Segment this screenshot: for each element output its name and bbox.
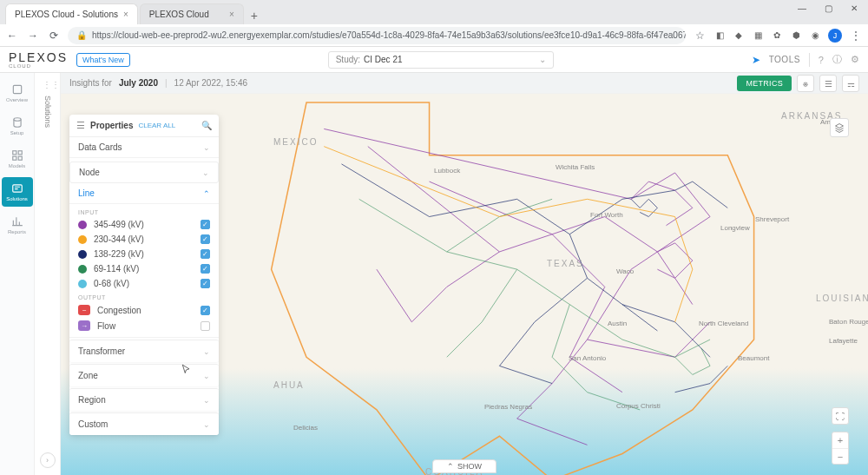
show-button[interactable]: ⌃ SHOW	[432, 459, 496, 473]
chevron-down-icon: ⌄	[203, 143, 210, 152]
map-city-label: Lubbock	[434, 167, 460, 175]
back-icon[interactable]: ←	[5, 29, 19, 43]
rail-overview[interactable]: Overview	[2, 78, 33, 108]
legend-checkbox[interactable]: ✓	[201, 249, 210, 259]
browser-tab[interactable]: PLEXOS Cloud ×	[140, 3, 244, 24]
legend-item[interactable]: 0-68 (kV)✓	[78, 276, 210, 291]
legend-item[interactable]: 138-229 (kV)✓	[78, 247, 210, 261]
minimize-icon[interactable]: —	[793, 3, 811, 13]
ext-icon[interactable]: ✿	[771, 30, 783, 42]
panel-title: Properties	[90, 121, 133, 130]
tools-button[interactable]: TOOLS	[769, 55, 800, 64]
rail-reports[interactable]: Reports	[2, 210, 33, 240]
layers-icon[interactable]	[830, 118, 849, 137]
section-transformer[interactable]: Transformer⌄	[69, 340, 219, 362]
list-icon[interactable]: ☰	[819, 75, 837, 92]
svg-rect-4	[12, 156, 16, 160]
new-tab-button[interactable]: +	[246, 7, 263, 24]
insights-timestamp: 12 Apr 2022, 15:46	[174, 78, 248, 88]
panel-menu-icon[interactable]: ☰	[76, 120, 85, 131]
legend-color-dot	[78, 221, 87, 229]
browser-addressbar: ← → ⟳ 🔒 https://cloud-web-ee-preprod2-wu…	[0, 24, 868, 47]
map-city-label: Waco	[616, 267, 634, 275]
settings-icon[interactable]: ⚙	[851, 54, 859, 65]
filter-icon[interactable]: ⚎	[842, 75, 859, 92]
rail-models[interactable]: Models	[2, 144, 33, 174]
legend-checkbox[interactable]: ✓	[201, 321, 210, 331]
legend-item[interactable]: ~Congestion✓	[78, 302, 210, 318]
star-icon[interactable]: ☆	[693, 29, 707, 43]
zoom-out-button[interactable]: −	[832, 448, 848, 464]
zoom-in-button[interactable]: +	[832, 432, 848, 448]
chevron-down-icon: ⌄	[203, 396, 210, 405]
section-region[interactable]: Region⌄	[69, 388, 219, 411]
forward-icon[interactable]: →	[26, 29, 40, 43]
solutions-label: Solutions	[43, 96, 52, 128]
output-label: OUTPUT	[78, 291, 210, 302]
pin-icon[interactable]: ⎈	[797, 75, 814, 92]
map-city-label: Piedras Negras	[484, 403, 532, 411]
legend-checkbox[interactable]: ✓	[201, 279, 210, 288]
ext-icon[interactable]: ⬢	[790, 30, 802, 42]
expand-sidebar-button[interactable]: ›	[40, 452, 56, 468]
legend-color-dot	[78, 250, 87, 259]
ext-icon[interactable]: ◉	[809, 30, 821, 42]
line-inputs-group: INPUT 345-499 (kV)✓230-344 (kV)✓138-229 …	[69, 204, 219, 338]
fullscreen-icon[interactable]: ⛶	[832, 407, 849, 425]
map-city-label: San Antonio	[569, 354, 606, 362]
legend-checkbox[interactable]: ✓	[201, 264, 210, 274]
clear-all-button[interactable]: CLEAR ALL	[138, 122, 175, 129]
tab-title: PLEXOS Cloud	[149, 10, 209, 19]
legend-item[interactable]: 69-114 (kV)✓	[78, 261, 210, 276]
menu-icon[interactable]: ⋮	[849, 29, 863, 43]
share-icon[interactable]: ➤	[752, 54, 760, 66]
study-selector[interactable]: Study: CI Dec 21 ⌄	[328, 51, 554, 69]
ext-icon[interactable]: ▦	[752, 30, 764, 42]
close-icon[interactable]: ×	[229, 10, 234, 19]
legend-checkbox[interactable]: ✓	[201, 234, 210, 244]
legend-label: 69-114 (kV)	[94, 264, 194, 274]
legend-item[interactable]: 230-344 (kV)✓	[78, 232, 210, 247]
section-label: Transformer	[78, 346, 125, 356]
nav-rail: Overview Setup Models Solutions Reports	[0, 73, 35, 475]
legend-swatch: →	[78, 320, 90, 331]
metrics-button[interactable]: METRICS	[737, 76, 792, 91]
grip-icon[interactable]: ⋮⋮	[43, 80, 53, 90]
search-icon[interactable]: 🔍	[201, 121, 212, 130]
map-city-label: Beaumont	[738, 354, 769, 362]
maximize-icon[interactable]: ▢	[819, 3, 837, 13]
map-city-label: Lafayette	[829, 337, 858, 345]
legend-item[interactable]: 345-499 (kV)✓	[78, 217, 210, 232]
node-row[interactable]: Node ⌄	[69, 162, 219, 183]
close-window-icon[interactable]: ✕	[845, 3, 863, 13]
ext-icon[interactable]: ◆	[733, 30, 745, 42]
rail-solutions[interactable]: Solutions	[2, 177, 33, 207]
legend-checkbox[interactable]: ✓	[201, 220, 210, 229]
ext-icon[interactable]: ◧	[713, 30, 726, 42]
legend-label: 230-344 (kV)	[94, 234, 194, 244]
url-input[interactable]: 🔒 https://cloud-web-ee-preprod2-wu2.ener…	[68, 27, 686, 44]
section-zone[interactable]: Zone⌄	[69, 364, 219, 386]
chevron-down-icon: ⌄	[202, 168, 209, 177]
legend-item[interactable]: →Flow✓	[78, 318, 210, 333]
line-row[interactable]: Line ⌃	[69, 183, 219, 204]
svg-rect-5	[18, 156, 22, 160]
svg-rect-2	[12, 151, 16, 155]
section-custom[interactable]: Custom⌄	[69, 412, 219, 435]
legend-color-dot	[78, 280, 87, 288]
lock-icon: 🔒	[76, 30, 87, 40]
data-cards-row[interactable]: Data Cards ⌄	[69, 137, 219, 158]
rail-setup[interactable]: Setup	[2, 111, 33, 141]
legend-label: 0-68 (kV)	[94, 279, 194, 288]
app-header: PLEXOS CLOUD What's New Study: CI Dec 21…	[0, 47, 868, 73]
info-icon[interactable]: ⓘ	[832, 53, 842, 66]
profile-avatar[interactable]: J	[828, 29, 842, 43]
whats-new-button[interactable]: What's New	[76, 53, 130, 67]
legend-label: 345-499 (kV)	[94, 220, 194, 229]
reload-icon[interactable]: ⟳	[47, 29, 61, 43]
close-icon[interactable]: ×	[123, 10, 128, 19]
help-icon[interactable]: ?	[819, 55, 824, 65]
browser-tab-active[interactable]: PLEXOS Cloud - Solutions ×	[5, 3, 138, 24]
app-logo: PLEXOS CLOUD	[9, 51, 68, 69]
legend-checkbox[interactable]: ✓	[201, 306, 210, 315]
